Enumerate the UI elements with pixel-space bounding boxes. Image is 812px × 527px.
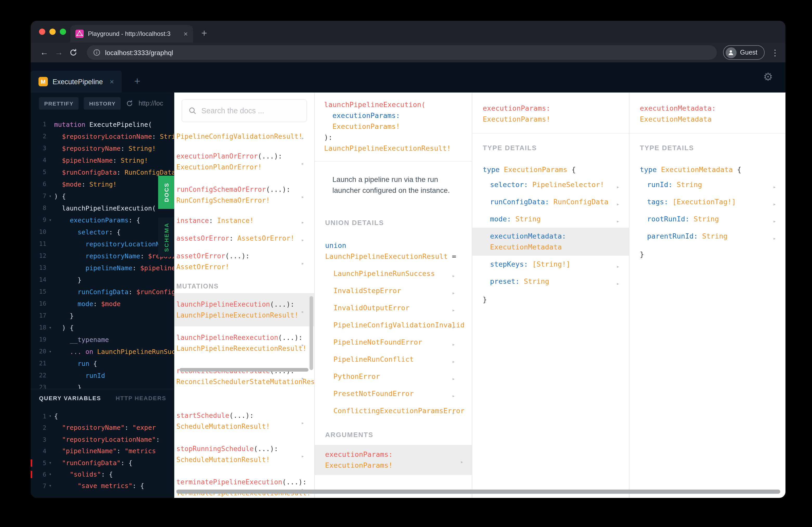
close-window-button[interactable] [39, 29, 45, 35]
code-line: 23 } [31, 381, 174, 389]
tab-close-icon[interactable]: × [184, 30, 188, 38]
forward-button[interactable]: → [52, 48, 66, 57]
code-tokens: { [54, 410, 58, 422]
new-tab-button[interactable]: + [201, 28, 207, 39]
line-number: 7 [31, 190, 46, 202]
type-field-item[interactable]: selector: PipelineSelector!▸ [472, 176, 629, 193]
search-input[interactable] [201, 107, 300, 115]
docs-field-item[interactable]: reconcileSchedulerState(...):ReconcileSc… [174, 360, 314, 393]
line-number: 22 [31, 370, 46, 381]
browser-menu-icon[interactable]: ⋮ [771, 48, 779, 57]
fold-arrow-icon [46, 381, 54, 389]
site-info-icon[interactable] [93, 49, 100, 56]
type-field-item[interactable]: rootRunId: String▸ [629, 210, 785, 228]
chevron-right-icon: ▸ [617, 278, 620, 289]
line-number: 11 [31, 238, 46, 250]
union-name[interactable]: LaunchPipelineExecutionResult [325, 252, 448, 260]
docs-field-item[interactable]: stopRunningSchedule(...):ScheduleMutatio… [174, 438, 314, 471]
docs-field-item[interactable]: launchPipelineExecution(...):LaunchPipel… [174, 293, 314, 326]
union-member-item[interactable]: InvalidStepError▸ [315, 282, 472, 299]
type-name[interactable]: ExecutionMetadata [661, 165, 733, 174]
playground-tab-executepipeline[interactable]: M ExecutePipeline × [31, 71, 122, 92]
docs-field-item[interactable]: launchPipelineReexecution(...):LaunchPip… [174, 326, 314, 360]
fold-arrow-icon [46, 250, 54, 262]
address-bar[interactable]: localhost:3333/graphql [87, 45, 716, 60]
brace-close: } [629, 245, 785, 260]
chevron-right-icon: ▸ [301, 306, 304, 317]
union-member-item[interactable]: PipelineConfigValidationInvalid▸ [315, 317, 472, 334]
docs-field-item[interactable]: PipelineConfigValidationResult!▸ [174, 127, 314, 145]
union-member-item[interactable]: PythonError▸ [315, 368, 472, 385]
chevron-right-icon: ▸ [617, 261, 620, 272]
argument-item[interactable]: executionParams: ExecutionParams! ▸ [315, 445, 472, 475]
horizontal-scrollbar[interactable] [179, 368, 308, 372]
union-member-item[interactable]: PipelineNotFoundError▸ [315, 334, 472, 351]
settings-gear-icon[interactable]: ⚙ [763, 71, 773, 82]
reload-schema-icon[interactable] [126, 100, 133, 107]
playground-tab-close-icon[interactable]: × [110, 77, 114, 86]
code-tokens: "runConfigData": { [54, 457, 132, 469]
fold-arrow-icon: ▾ [46, 410, 54, 422]
fold-arrow-icon [46, 310, 54, 322]
query-editor[interactable]: 1mutation ExecutePipeline(2 $repositoryL… [31, 114, 174, 389]
endpoint-url[interactable]: http://loc [139, 100, 163, 107]
union-member-item[interactable]: PipelineRunConflict▸ [315, 351, 472, 368]
type-field-item[interactable]: executionMetadata:ExecutionMetadata [472, 228, 629, 256]
union-member-item[interactable]: ConflictingExecutionParamsError▸ [315, 402, 472, 419]
docs-horizontal-scrollbar[interactable] [176, 490, 780, 494]
code-line: 7▾) { [31, 190, 174, 202]
line-number: 9 [31, 214, 46, 226]
profile-button[interactable]: Guest [723, 45, 765, 60]
query-variables-editor[interactable]: 1▾{2 "repositoryName": "exper3 "reposito… [31, 406, 174, 498]
minimize-window-button[interactable] [49, 29, 56, 35]
type-field-item[interactable]: parentRunId: String▸ [629, 228, 785, 245]
signature-return-type[interactable]: LaunchPipelineExecutionResult! [324, 144, 451, 152]
browser-titlebar: Playground - http://localhost:3 × + [31, 21, 785, 43]
code-line: 5 $runConfigData: RunConfigData! [31, 166, 174, 178]
union-member-item[interactable]: PresetNotFoundError▸ [315, 385, 472, 402]
maximize-window-button[interactable] [60, 29, 66, 35]
line-number: 19 [31, 334, 46, 346]
docs-field-item[interactable]: assetOrError(...): AssetOrError!▸ [174, 247, 314, 275]
type-name[interactable]: ExecutionParams [504, 165, 567, 174]
search-box[interactable] [182, 99, 307, 122]
code-tokens: executionParams: { [54, 214, 140, 226]
chevron-right-icon: ▸ [452, 321, 455, 332]
prettify-button[interactable]: PRETTIFY [39, 97, 79, 110]
code-line: 3 $repositoryName: String! [31, 142, 174, 154]
fold-arrow-icon: ▾ [46, 214, 54, 226]
browser-tab[interactable]: Playground - http://localhost:3 × [70, 25, 193, 43]
docs-field-item[interactable]: terminatePipelineExecution(...):Terminat… [174, 471, 314, 498]
type-field-item[interactable]: tags: [ExecutionTag!]▸ [629, 193, 785, 210]
docs-field-item[interactable]: startSchedule(...):ScheduleMutationResul… [174, 404, 314, 438]
signature-arg-type[interactable]: ExecutionParams! [332, 122, 400, 131]
tab-http-headers[interactable]: HTTP HEADERS [116, 395, 166, 401]
chevron-right-icon: ▸ [773, 181, 776, 192]
line-number: 21 [31, 358, 46, 370]
code-line: 2 "repositoryName": "exper [31, 422, 174, 434]
code-tokens: $pipelineName: String! [54, 154, 148, 166]
back-button[interactable]: ← [37, 48, 52, 57]
playground-new-tab-button[interactable]: + [134, 75, 140, 87]
docs-field-item[interactable]: executionPlanOrError(...):ExecutionPlanO… [174, 145, 314, 178]
chevron-right-icon: ▸ [301, 340, 304, 350]
union-member-item[interactable]: LaunchPipelineRunSuccess▸ [315, 265, 472, 282]
line-number: 23 [31, 381, 46, 389]
docs-side-tab[interactable]: DOCS [158, 176, 174, 209]
type-field-item[interactable]: mode: String▸ [472, 210, 629, 228]
tab-query-variables[interactable]: QUERY VARIABLES [39, 395, 101, 401]
docs-field-item[interactable]: assetsOrError: AssetsOrError!▸ [174, 229, 314, 247]
union-member-item[interactable]: InvalidOutputError▸ [315, 299, 472, 317]
vertical-scrollbar[interactable] [309, 296, 313, 370]
type-field-item[interactable]: stepKeys: [String!]▸ [472, 256, 629, 273]
docs-field-item[interactable]: runConfigSchemaOrError(...):RunConfigSch… [174, 178, 314, 212]
type-field-item[interactable]: runId: String▸ [629, 176, 785, 193]
schema-side-tab[interactable]: SCHEMA [158, 217, 174, 257]
chevron-right-icon: ▸ [617, 198, 620, 209]
type-field-item[interactable]: runConfigData: RunConfigData▸ [472, 193, 629, 210]
type-field-item[interactable]: preset: String▸ [472, 273, 629, 290]
reload-button[interactable] [66, 48, 81, 57]
docs-column-field: launchPipelineExecution( executionParams… [315, 92, 472, 498]
docs-field-item[interactable]: instance: Instance!▸ [174, 212, 314, 229]
history-button[interactable]: HISTORY [84, 97, 121, 110]
